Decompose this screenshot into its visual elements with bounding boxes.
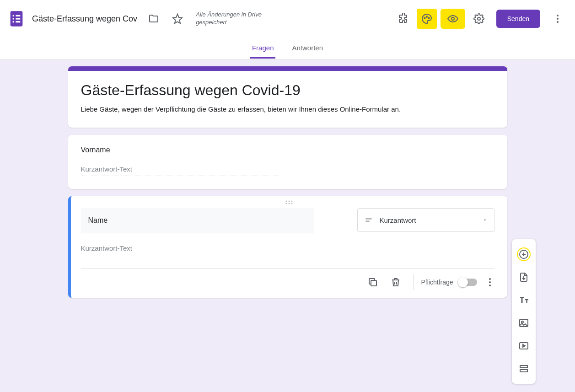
svg-point-28 — [489, 285, 491, 286]
form-header-card[interactable]: Gäste-Erfassung wegen Covid-19 Liebe Gäs… — [68, 66, 507, 128]
tabs: Fragen Antworten — [0, 38, 575, 60]
svg-rect-2 — [16, 15, 20, 16]
import-questions-button[interactable] — [513, 266, 535, 289]
svg-rect-5 — [13, 21, 14, 22]
short-answer-placeholder: Kurzantwort-Text — [81, 244, 278, 255]
duplicate-icon[interactable] — [363, 272, 383, 292]
svg-point-14 — [557, 21, 559, 23]
svg-rect-36 — [520, 365, 527, 368]
svg-point-16 — [288, 201, 290, 202]
svg-point-27 — [489, 281, 491, 283]
question-title-input[interactable] — [81, 208, 314, 233]
delete-icon[interactable] — [386, 272, 406, 292]
svg-point-7 — [424, 17, 425, 18]
svg-rect-23 — [371, 280, 376, 286]
svg-point-12 — [557, 15, 559, 16]
palette-icon[interactable] — [417, 9, 437, 29]
folder-icon[interactable] — [144, 9, 164, 29]
side-toolbar — [512, 239, 536, 384]
svg-rect-6 — [16, 21, 20, 22]
form-column: Gäste-Erfassung wegen Covid-19 Liebe Gäs… — [68, 66, 507, 298]
svg-point-19 — [288, 203, 290, 204]
tab-responses[interactable]: Antworten — [290, 40, 325, 57]
add-icon — [517, 247, 531, 261]
svg-point-10 — [451, 17, 454, 20]
svg-point-15 — [285, 201, 287, 202]
question-card-1[interactable]: Vorname Kurzantwort-Text — [68, 135, 507, 189]
svg-rect-4 — [16, 18, 20, 19]
add-image-button[interactable] — [513, 311, 535, 334]
required-toggle[interactable] — [459, 279, 477, 286]
required-label: Pflichtfrage — [421, 279, 453, 286]
addons-icon[interactable] — [393, 9, 413, 29]
question-body: Kurzantwort-Text — [71, 233, 507, 265]
svg-point-20 — [291, 203, 292, 204]
svg-point-11 — [478, 17, 480, 20]
form-title[interactable]: Gäste-Erfassung wegen Covid-19 — [81, 82, 494, 99]
question-label[interactable]: Vorname — [81, 146, 494, 154]
header-top-row: Gäste-Erfassung wegen Cov Alle Änderunge… — [0, 0, 575, 38]
svg-point-18 — [285, 203, 287, 204]
question-type-select[interactable]: Kurzantwort — [357, 208, 494, 232]
preview-icon[interactable] — [441, 9, 465, 29]
svg-point-13 — [557, 18, 559, 20]
svg-rect-1 — [13, 15, 14, 16]
question-edit-row: Kurzantwort — [71, 208, 507, 233]
canvas: Gäste-Erfassung wegen Covid-19 Liebe Gäs… — [0, 60, 575, 298]
question-more-icon[interactable] — [480, 272, 500, 292]
form-description[interactable]: Liebe Gäste, wegen der Verpflichtung die… — [81, 105, 494, 113]
settings-icon[interactable] — [469, 9, 489, 29]
short-answer-placeholder: Kurzantwort-Text — [81, 165, 278, 176]
svg-rect-3 — [13, 18, 14, 19]
star-icon[interactable] — [167, 9, 188, 29]
send-button[interactable]: Senden — [496, 10, 540, 28]
drag-handle-icon[interactable] — [71, 196, 507, 208]
add-question-button[interactable] — [513, 243, 535, 266]
svg-point-34 — [521, 321, 523, 323]
svg-point-17 — [291, 201, 292, 202]
add-section-button[interactable] — [513, 357, 535, 380]
save-status: Alle Änderungen in Drive gespeichert — [196, 11, 278, 27]
question-type-label: Kurzantwort — [380, 216, 416, 224]
document-title[interactable]: Gäste-Erfassung wegen Cov — [29, 14, 140, 24]
question-footer: Pflichtfrage — [71, 268, 507, 292]
svg-point-26 — [489, 278, 491, 280]
svg-rect-37 — [520, 370, 527, 372]
forms-logo[interactable] — [7, 10, 26, 28]
add-title-button[interactable] — [513, 289, 535, 311]
more-icon[interactable] — [548, 9, 568, 29]
svg-point-9 — [428, 17, 429, 18]
question-card-2-active[interactable]: Kurzantwort Kurzantwort-Text Pflichtfrag… — [68, 196, 507, 298]
svg-point-8 — [426, 16, 427, 17]
short-answer-icon — [364, 215, 373, 225]
add-video-button[interactable] — [513, 334, 535, 357]
chevron-down-icon — [482, 217, 488, 223]
tab-questions[interactable]: Fragen — [250, 40, 276, 59]
app-header: Gäste-Erfassung wegen Cov Alle Änderunge… — [0, 0, 575, 60]
